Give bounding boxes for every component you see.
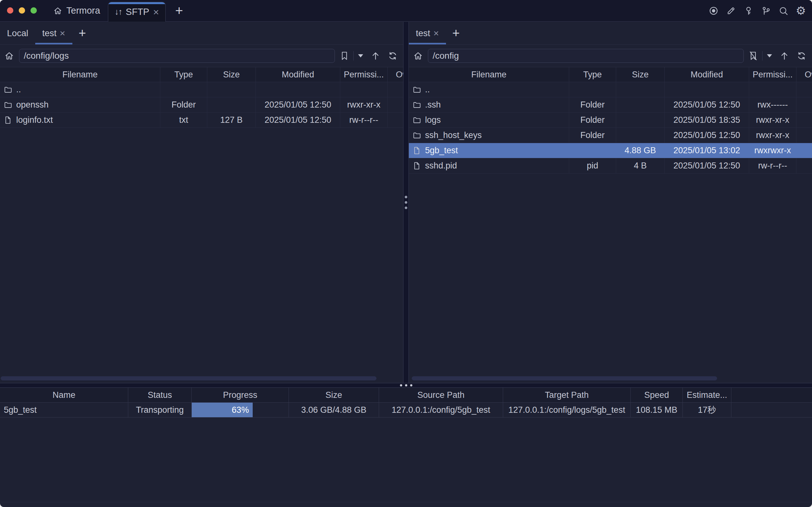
transfer-table: NameStatusProgressSizeSource PathTarget …: [0, 388, 812, 417]
file-cell: [797, 82, 812, 97]
close-tab-icon[interactable]: ×: [60, 29, 65, 38]
panel-tab-test[interactable]: test×: [409, 22, 446, 44]
column-header-ow[interactable]: Ow...: [797, 67, 812, 82]
splitter-grip-icon: [405, 196, 407, 209]
transfer-column-header-source-path[interactable]: Source Path: [379, 388, 503, 402]
home-icon[interactable]: [413, 51, 423, 61]
bookmark-slash-icon[interactable]: [749, 51, 758, 61]
file-cell: [749, 82, 797, 97]
close-sftp-tab-icon[interactable]: ×: [153, 7, 159, 17]
close-tab-icon[interactable]: ×: [433, 29, 439, 38]
git-branch-icon[interactable]: [761, 6, 771, 15]
file-cell: pid: [569, 158, 616, 173]
bookmark-icon[interactable]: [340, 51, 349, 61]
panel-tab-test[interactable]: test×: [35, 22, 72, 44]
horizontal-scrollbar[interactable]: [412, 376, 717, 380]
panel-splitter[interactable]: [403, 22, 409, 383]
column-header-permissi[interactable]: Permissi...: [749, 67, 797, 82]
transfer-estimate: 17秒: [683, 403, 732, 417]
file-cell: 2025/01/05 12:50: [665, 97, 749, 112]
file-row[interactable]: sshd.pidpid4 B2025/01/05 12:50rw-r--r--: [409, 158, 812, 174]
transfer-arrows-icon: ↓↑: [115, 7, 122, 17]
refresh-icon[interactable]: [797, 51, 806, 61]
file-row[interactable]: ..: [409, 82, 812, 97]
key-icon[interactable]: [744, 6, 753, 15]
bookmark-dropdown-icon[interactable]: [358, 54, 363, 57]
search-icon[interactable]: [779, 6, 788, 15]
new-session-tab-button[interactable]: +: [72, 22, 92, 44]
column-header-permissi[interactable]: Permissi...: [340, 67, 388, 82]
filename-cell: openssh: [0, 97, 160, 112]
file-cell: [340, 82, 388, 97]
settings-gear-icon[interactable]: ⚙: [796, 6, 806, 15]
home-tab[interactable]: Termora: [53, 0, 100, 21]
transfer-column-header-progress[interactable]: Progress: [192, 388, 289, 402]
file-cell: [616, 113, 665, 127]
local-path-input[interactable]: [19, 49, 335, 63]
column-header-ow[interactable]: Ow...: [388, 67, 403, 82]
file-cell: rw-r--r--: [749, 158, 797, 173]
transfer-column-header-name[interactable]: Name: [0, 388, 128, 402]
file-name: ssh_host_keys: [425, 130, 482, 140]
column-header-filename[interactable]: Filename: [409, 67, 569, 82]
record-icon[interactable]: [709, 6, 718, 15]
file-row[interactable]: .sshFolder2025/01/05 12:50rwx------: [409, 97, 812, 113]
transfer-column-header-speed[interactable]: Speed: [631, 388, 683, 402]
transfer-status: Transporting: [128, 403, 192, 417]
transfer-column-header-target-path[interactable]: Target Path: [503, 388, 631, 402]
bookmark-dropdown-icon[interactable]: [767, 54, 772, 57]
file-row[interactable]: opensshFolder2025/01/05 12:50rwxr-xr-x: [0, 97, 403, 113]
panel-tab-local[interactable]: Local: [0, 22, 35, 44]
filename-cell: ..: [409, 82, 569, 97]
file-cell: [256, 82, 340, 97]
file-row[interactable]: logsFolder2025/01/05 18:35rwxr-xr-x: [409, 113, 812, 128]
divider: [762, 51, 762, 61]
column-header-type[interactable]: Type: [160, 67, 207, 82]
new-tab-button[interactable]: +: [171, 0, 187, 21]
transfer-column-header-size[interactable]: Size: [289, 388, 379, 402]
column-header-type[interactable]: Type: [569, 67, 616, 82]
up-directory-icon[interactable]: [779, 51, 789, 61]
filename-cell: ssh_host_keys: [409, 128, 569, 143]
close-window-button[interactable]: [7, 7, 13, 14]
column-header-filename[interactable]: Filename: [0, 67, 160, 82]
file-cell: [797, 128, 812, 143]
file-cell: rwxr-xr-x: [749, 128, 797, 143]
zoom-window-button[interactable]: [31, 7, 37, 14]
column-header-size[interactable]: Size: [207, 67, 256, 82]
edit-icon[interactable]: [726, 6, 736, 15]
transfer-column-header-blank[interactable]: [732, 388, 812, 402]
transfer-column-header-status[interactable]: Status: [128, 388, 192, 402]
new-session-tab-button[interactable]: +: [446, 22, 466, 44]
horizontal-scrollbar[interactable]: [1, 376, 376, 380]
file-row[interactable]: ..: [0, 82, 403, 97]
filename-cell: 5gb_test: [409, 143, 569, 158]
up-directory-icon[interactable]: [371, 51, 380, 61]
local-file-table: FilenameTypeSizeModifiedPermissi...Ow...…: [0, 67, 403, 128]
transfer-splitter[interactable]: [0, 383, 812, 388]
minimize-window-button[interactable]: [19, 7, 25, 14]
remote-panel: test× +: [409, 22, 812, 383]
file-row[interactable]: 5gb_test4.88 GB2025/01/05 13:02rwxrwxr-x: [409, 143, 812, 158]
tab-label: Local: [7, 28, 28, 38]
file-name: loginfo.txt: [16, 115, 53, 125]
column-header-modified[interactable]: Modified: [256, 67, 340, 82]
home-icon: [53, 6, 62, 15]
refresh-icon[interactable]: [388, 51, 397, 61]
file-row[interactable]: ssh_host_keysFolder2025/01/05 12:50rwxr-…: [409, 128, 812, 143]
column-header-modified[interactable]: Modified: [665, 67, 749, 82]
transfer-row[interactable]: 5gb_testTransporting63%3.06 GB/4.88 GB12…: [0, 403, 812, 417]
file-cell: Folder: [569, 113, 616, 127]
tab-sftp[interactable]: ↓↑ SFTP ×: [108, 2, 166, 21]
column-header-size[interactable]: Size: [616, 67, 665, 82]
remote-path-input[interactable]: [428, 49, 744, 63]
file-icon: [4, 116, 12, 124]
tab-label: test: [416, 28, 430, 38]
transfer-column-header-estimate[interactable]: Estimate...: [683, 388, 732, 402]
file-cell: rw-r--r--: [340, 113, 388, 127]
home-icon[interactable]: [4, 51, 14, 61]
file-cell: rwxr-xr-x: [749, 113, 797, 127]
file-name: logs: [425, 115, 441, 125]
divider: [353, 51, 354, 61]
file-row[interactable]: loginfo.txttxt127 B2025/01/05 12:50rw-r-…: [0, 113, 403, 128]
